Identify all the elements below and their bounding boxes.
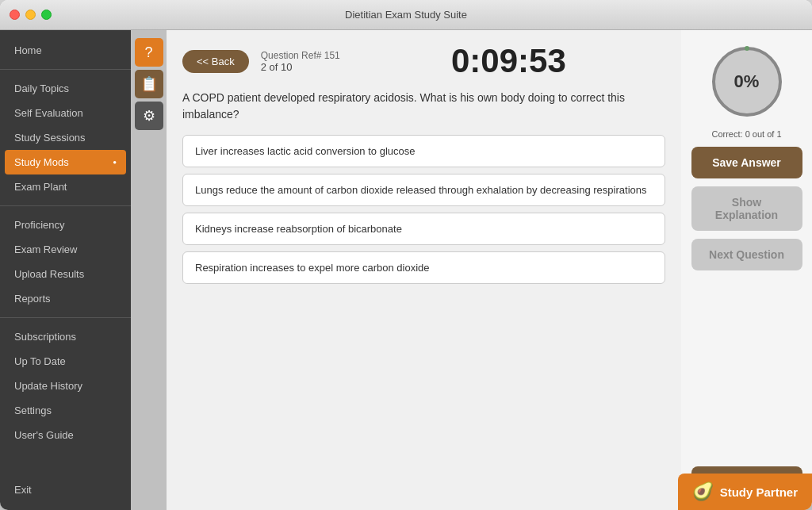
question-ref: Question Ref# 151 [261,50,340,61]
sidebar-item-subscriptions[interactable]: Subscriptions [0,324,131,349]
sidebar-icon-strip: ? 📋 ⚙ [131,30,167,510]
sidebar: Home Daily Topics Self Evaluation Study … [0,30,131,510]
title-bar: Dietitian Exam Study Suite [0,0,812,30]
app-window: Dietitian Exam Study Suite Home Daily To… [0,0,812,510]
sidebar-item-exam-plant[interactable]: Exam Plant [0,174,131,199]
question-mark-icon: ? [144,44,152,61]
clipboard-icon: 📋 [140,75,158,93]
sidebar-item-exam-review[interactable]: Exam Review [0,237,131,262]
right-panel: 0% Correct: 0 out of 1 Save Answer Show … [681,30,812,510]
main-content: << Back Question Ref# 151 2 of 10 0:09:5… [167,30,681,510]
window-title: Dietitian Exam Study Suite [345,9,467,21]
answer-option-a[interactable]: Liver increases lactic acid conversion t… [182,135,665,167]
study-partner-label: Study Partner [720,485,798,499]
gear-icon-button[interactable]: ⚙ [135,102,163,130]
sidebar-item-study-sessions[interactable]: Study Sessions [0,125,131,150]
sidebar-item-proficiency[interactable]: Proficiency [0,213,131,237]
minimize-button[interactable] [25,10,36,20]
timer-display: 0:09:53 [352,42,665,80]
study-partner-button[interactable]: 🥑 Study Partner [678,474,812,510]
sidebar-item-self-evaluation[interactable]: Self Evaluation [0,101,131,125]
answer-option-c[interactable]: Kidneys increase reabsorption of bicarbo… [182,213,665,245]
answer-options: Liver increases lactic acid conversion t… [182,135,665,498]
question-count: 2 of 10 [261,61,340,73]
traffic-lights [10,10,52,20]
sidebar-divider-2 [0,205,131,206]
sidebar-item-daily-topics[interactable]: Daily Topics [0,76,131,101]
percent-label: 0% [734,71,760,92]
close-button[interactable] [10,10,20,20]
correct-text: Correct: 0 out of 1 [711,129,781,139]
sidebar-item-study-mods[interactable]: Study Mods [5,150,126,174]
sidebar-item-update-history[interactable]: Update History [0,374,131,398]
show-explanation-button[interactable]: Show Explanation [691,186,802,231]
answer-option-d[interactable]: Respiration increases to expel more carb… [182,251,665,284]
sidebar-item-home[interactable]: Home [0,38,131,63]
sidebar-spacer [0,447,131,477]
sidebar-item-upload-results[interactable]: Upload Results [0,262,131,286]
maximize-button[interactable] [41,10,52,20]
back-button[interactable]: << Back [182,50,249,73]
question-text: A COPD patient developed respiratory aci… [182,90,665,123]
sidebar-divider-3 [0,317,131,318]
question-header: << Back Question Ref# 151 2 of 10 0:09:5… [182,42,665,80]
sidebar-divider-1 [0,69,131,70]
sidebar-item-users-guide[interactable]: User's Guide [0,423,131,447]
sidebar-item-up-to-date[interactable]: Up To Date [0,349,131,374]
sidebar-item-exit[interactable]: Exit [0,477,131,502]
question-meta: Question Ref# 151 2 of 10 [261,50,340,73]
avocado-icon: 🥑 [692,481,714,502]
save-answer-button[interactable]: Save Answer [691,147,802,178]
gear-icon: ⚙ [143,107,155,125]
next-question-button[interactable]: Next Question [691,239,802,270]
answer-option-b[interactable]: Lungs reduce the amount of carbon dioxid… [182,174,665,206]
sidebar-item-settings[interactable]: Settings [0,398,131,423]
clipboard-icon-button[interactable]: 📋 [135,70,163,98]
sidebar-item-reports[interactable]: Reports [0,286,131,311]
question-icon-button[interactable]: ? [135,38,163,67]
progress-circle: 0% [707,42,787,121]
app-body: Home Daily Topics Self Evaluation Study … [0,30,812,510]
